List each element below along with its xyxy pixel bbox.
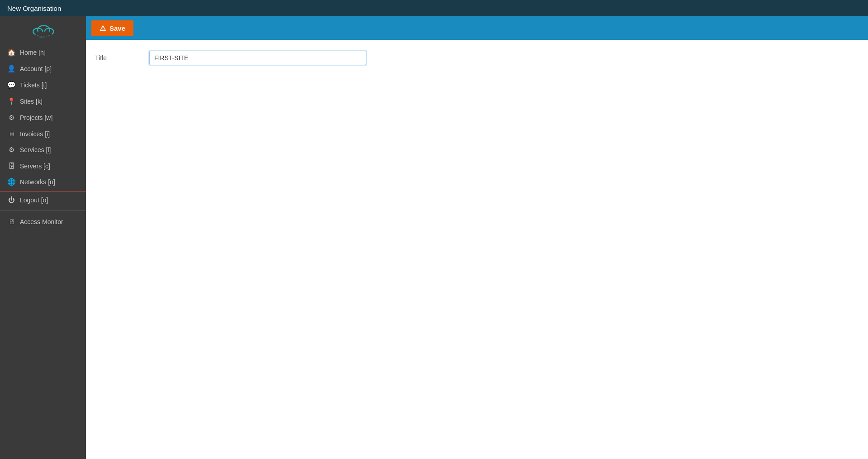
warning-icon: ⚠ <box>100 24 106 33</box>
sidebar-item-label: Logout [o] <box>20 196 48 204</box>
sidebar-item-label: Access Monitor <box>20 218 63 225</box>
sidebar-item-invoices[interactable]: 🖥 Invoices [i] <box>0 126 86 142</box>
svg-rect-3 <box>36 32 52 35</box>
sidebar-item-sites[interactable]: 📍 Sites [k] <box>0 93 86 110</box>
servers-icon: 🗄 <box>7 162 15 170</box>
sidebar-item-servers[interactable]: 🗄 Servers [c] <box>0 158 86 174</box>
title-input[interactable] <box>149 51 366 65</box>
sidebar-item-home[interactable]: 🏠 Home [h] <box>0 44 86 61</box>
logo-icon: SLAP <box>29 21 57 39</box>
form-area: Title <box>86 40 868 459</box>
sidebar-item-label: Tickets [t] <box>20 81 47 89</box>
sidebar-item-label: Home [h] <box>20 49 46 56</box>
sidebar-item-label: Invoices [i] <box>20 130 50 138</box>
svg-text:SLAP: SLAP <box>39 35 46 38</box>
sidebar-nav: 🏠 Home [h] 👤 Account [p] 💬 Tickets [t] 📍… <box>0 44 86 230</box>
sidebar-item-networks[interactable]: 🌐 Networks [n] <box>0 174 86 190</box>
sidebar-item-projects[interactable]: ⚙ Projects [w] <box>0 110 86 126</box>
sidebar-item-label: Servers [c] <box>20 163 50 170</box>
home-icon: 🏠 <box>7 48 15 57</box>
main-layout: SLAP 🏠 Home [h] 👤 Account [p] 💬 Tickets … <box>0 16 868 459</box>
sidebar-item-access-monitor[interactable]: 🖥 Access Monitor <box>0 214 86 230</box>
save-button[interactable]: ⚠ Save <box>91 20 133 36</box>
sidebar-divider <box>0 210 86 211</box>
networks-icon: 🌐 <box>7 178 15 186</box>
toolbar: ⚠ Save <box>86 16 868 40</box>
page-title: New Organisation <box>7 5 61 12</box>
logout-icon: ⏻ <box>7 196 15 204</box>
title-label: Title <box>95 54 140 62</box>
services-icon: ⚙ <box>7 146 15 154</box>
save-label: Save <box>109 24 125 32</box>
projects-icon: ⚙ <box>7 114 15 122</box>
account-icon: 👤 <box>7 65 15 73</box>
access-monitor-icon: 🖥 <box>7 218 15 225</box>
top-header: New Organisation <box>0 0 868 16</box>
invoices-icon: 🖥 <box>7 130 15 138</box>
sidebar-item-label: Networks [n] <box>20 178 55 186</box>
sidebar-item-logout[interactable]: ⏻ Logout [o] <box>0 191 86 208</box>
content-area: ⚠ Save Title <box>86 16 868 459</box>
sidebar-item-label: Account [p] <box>20 65 52 72</box>
sidebar-item-label: Services [l] <box>20 146 51 153</box>
sites-icon: 📍 <box>7 97 15 105</box>
logo: SLAP <box>0 16 86 44</box>
sidebar-item-tickets[interactable]: 💬 Tickets [t] <box>0 77 86 93</box>
form-row-title: Title <box>95 51 859 65</box>
sidebar-item-services[interactable]: ⚙ Services [l] <box>0 142 86 158</box>
sidebar-item-label: Sites [k] <box>20 98 43 105</box>
sidebar-item-label: Projects [w] <box>20 114 52 121</box>
sidebar: SLAP 🏠 Home [h] 👤 Account [p] 💬 Tickets … <box>0 16 86 459</box>
tickets-icon: 💬 <box>7 81 15 89</box>
sidebar-item-account[interactable]: 👤 Account [p] <box>0 61 86 77</box>
